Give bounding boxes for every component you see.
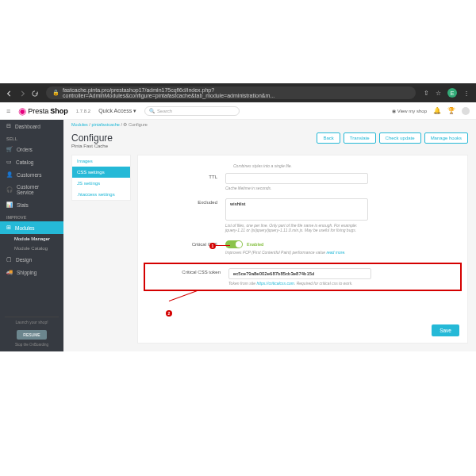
lock-icon: 🔒 xyxy=(52,90,60,96)
shipping-icon: 🚚 xyxy=(6,269,13,275)
sidebar-item-modules[interactable]: ⊞Modules xyxy=(0,221,63,234)
highlight-annotation: Critical CSS token Token from site https… xyxy=(144,263,462,291)
read-more-link[interactable]: read more xyxy=(326,250,344,255)
content-area: Modules / pintafastcache / ⚙ Configure C… xyxy=(63,120,476,351)
crumb-module[interactable]: pintafastcache xyxy=(91,122,119,127)
orders-icon: 🛒 xyxy=(6,146,13,152)
sidebar-item-stats[interactable]: 📊Stats xyxy=(0,198,63,211)
page-subtitle: Pinta Fast Cache xyxy=(71,144,113,148)
launch-label: Launch your shop! xyxy=(5,317,59,327)
quick-access[interactable]: Quick Access ▾ xyxy=(98,108,136,114)
breadcrumb: Modules / pintafastcache / ⚙ Configure xyxy=(63,120,476,129)
token-input[interactable] xyxy=(228,268,371,279)
token-label: Critical CSS token xyxy=(149,268,228,286)
dashboard-icon: ⊟ xyxy=(6,123,11,129)
sidebar-item-design[interactable]: ▢Design xyxy=(0,253,63,266)
sidebar-item-dashboard[interactable]: ⊟Dashboard xyxy=(0,120,63,132)
sidebar-sub-module-catalog[interactable]: Module Catalog xyxy=(0,244,63,253)
browser-nav xyxy=(6,86,38,100)
sidebar-item-shipping[interactable]: 🚚Shipping xyxy=(0,266,63,278)
stats-icon: 📊 xyxy=(6,202,13,208)
stop-onboarding-link[interactable]: Stop the OnBoarding xyxy=(5,343,59,347)
toggle-enabled-label: Enabled xyxy=(247,242,263,247)
excluded-textarea[interactable] xyxy=(225,198,368,221)
search-input[interactable]: 🔍 Search xyxy=(144,106,240,116)
tab-htaccess-settings[interactable]: .htaccess settings xyxy=(72,189,130,200)
tab-css-settings[interactable]: CSS settings xyxy=(72,167,130,178)
customers-icon: 👤 xyxy=(6,171,13,178)
reload-icon[interactable] xyxy=(32,86,38,100)
crumb-current: Configure xyxy=(129,122,148,127)
back-button[interactable]: Back xyxy=(317,132,340,144)
browser-avatar[interactable]: E xyxy=(447,88,457,98)
crumb-modules[interactable]: Modules xyxy=(71,122,88,127)
logo[interactable]: ◉ PrestaShop xyxy=(18,106,68,117)
translate-button[interactable]: Translate xyxy=(344,132,376,144)
user-avatar-icon[interactable] xyxy=(462,107,470,115)
tab-js-settings[interactable]: JS settings xyxy=(72,178,130,189)
bell-icon[interactable]: 🔔 xyxy=(433,107,441,115)
marker-1-line xyxy=(216,245,230,246)
sidebar-sub-module-manager[interactable]: Module Manager xyxy=(0,234,63,244)
marker-1: 1 xyxy=(209,243,216,249)
token-link[interactable]: https://criticalcss.com xyxy=(256,281,294,286)
sidebar-item-customer-service[interactable]: 🎧Customer Service xyxy=(0,181,63,198)
search-icon: 🔍 xyxy=(149,108,155,113)
share-icon[interactable]: ⇧ xyxy=(424,90,429,97)
critical-css-toggle[interactable] xyxy=(225,240,243,248)
url-bar[interactable]: 🔒 fastcache.pinta.pro/prestashop17/admin… xyxy=(46,86,416,99)
design-icon: ▢ xyxy=(6,256,12,263)
check-update-button[interactable]: Check update xyxy=(379,132,421,144)
sidebar-heading-sell: SELL xyxy=(0,132,63,143)
forward-icon[interactable] xyxy=(19,86,25,100)
settings-tabs: Images CSS settings JS settings .htacces… xyxy=(71,155,131,201)
back-icon[interactable] xyxy=(6,86,13,100)
catalog-icon: ▭ xyxy=(6,159,12,165)
browser-chrome-bar: 🔒 fastcache.pinta.pro/prestashop17/admin… xyxy=(0,83,476,102)
marker-2: 2 xyxy=(166,310,172,317)
url-text: fastcache.pinta.pro/prestashop17/admin17… xyxy=(63,87,409,98)
logo-icon: ◉ xyxy=(18,106,26,117)
trophy-icon[interactable]: 🏆 xyxy=(447,107,455,115)
marker-2-line xyxy=(169,290,199,301)
admin-topbar: ≡ ◉ PrestaShop 1.7.8.2 Quick Access ▾ 🔍 … xyxy=(0,102,476,120)
combine-help: Combines styles into a single file. xyxy=(233,163,376,168)
sidebar-heading-improve: IMPROVE xyxy=(0,211,63,221)
manage-hooks-button[interactable]: Manage hooks xyxy=(424,132,468,144)
critical-css-help: Improves FCP (First Contentful Paint) pe… xyxy=(225,250,368,255)
modules-icon: ⊞ xyxy=(6,225,11,231)
page-title: Configure xyxy=(71,132,113,144)
excluded-label: Excluded xyxy=(146,198,225,232)
view-shop-link[interactable]: ◉ View my shop xyxy=(392,108,427,113)
browser-right-icons: ⇧ ☆ E ⋮ xyxy=(424,88,470,98)
menu-icon[interactable]: ⋮ xyxy=(463,90,470,97)
sidebar-item-orders[interactable]: 🛒Orders xyxy=(0,143,63,155)
save-button[interactable]: Save xyxy=(432,324,459,336)
service-icon: 🎧 xyxy=(6,186,13,193)
ttl-input[interactable] xyxy=(225,173,368,184)
token-help: Token from site https://criticalcss.com.… xyxy=(228,281,371,286)
sidebar-item-catalog[interactable]: ▭Catalog xyxy=(0,155,63,168)
sidebar-item-customers[interactable]: 👤Customers xyxy=(0,168,63,181)
admin-sidebar: ⊟Dashboard SELL 🛒Orders ▭Catalog 👤Custom… xyxy=(0,120,63,351)
version-label: 1.7.8.2 xyxy=(76,109,90,113)
excluded-help: List of files, one per line. Only part o… xyxy=(225,223,368,232)
tab-images[interactable]: Images xyxy=(72,155,130,167)
form-panel: Combines styles into a single file. TTL … xyxy=(137,155,468,344)
star-icon[interactable]: ☆ xyxy=(436,90,441,97)
resume-button[interactable]: RESUME xyxy=(17,330,46,340)
ttl-label: TTL xyxy=(146,173,225,190)
menu-toggle-icon[interactable]: ≡ xyxy=(6,107,10,115)
ttl-help: Cache lifetime in seconds. xyxy=(225,186,368,190)
